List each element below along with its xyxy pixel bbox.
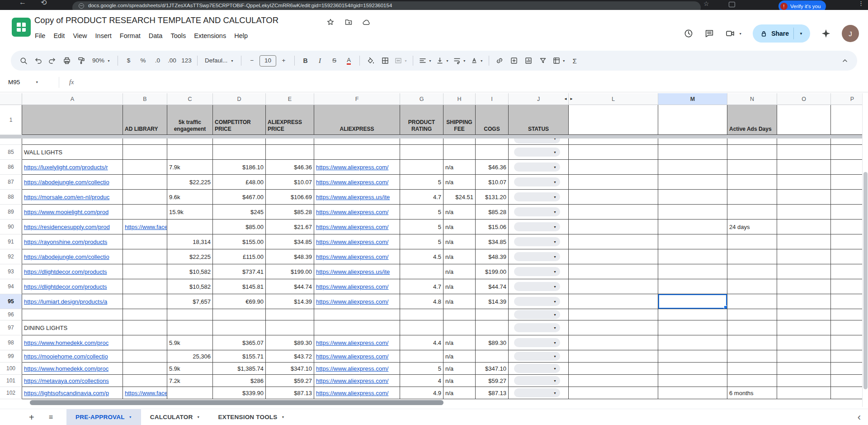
row-header-98[interactable]: 98	[0, 335, 22, 350]
cell-P101[interactable]	[831, 375, 862, 387]
insert-link-button[interactable]	[493, 53, 507, 68]
row-header-1[interactable]: 1	[0, 105, 22, 135]
cell-A90[interactable]: https://residencesupply.com/prod	[22, 220, 123, 234]
cell-O97[interactable]	[777, 320, 831, 335]
cell-F85[interactable]	[314, 145, 400, 160]
cell-N102[interactable]: 6 months	[727, 387, 777, 399]
cell-P90[interactable]	[831, 220, 862, 234]
cell-D101[interactable]: $286	[213, 375, 266, 387]
cell-J96[interactable]: ▼	[509, 309, 569, 320]
cell-C101[interactable]: 7.2k	[167, 375, 213, 387]
status-dropdown[interactable]: ▼	[514, 177, 560, 186]
cell-J87[interactable]: ▼	[509, 175, 569, 190]
row-header-100[interactable]: 100	[0, 363, 22, 375]
cell-J88[interactable]: ▼	[509, 190, 569, 205]
cell-H86[interactable]: n/a	[443, 160, 476, 175]
cell-F96[interactable]	[314, 309, 400, 320]
italic-button[interactable]: I	[313, 53, 327, 68]
cell-G98[interactable]: 4.4	[400, 335, 443, 350]
cell-G90[interactable]: 5	[400, 220, 443, 234]
cell-N91[interactable]	[727, 234, 777, 249]
cell-B88[interactable]	[123, 190, 167, 205]
frozen-row-divider[interactable]	[0, 135, 862, 138]
cell-E94[interactable]: $44.74	[266, 279, 314, 294]
cell-I-partial[interactable]	[476, 138, 509, 145]
cell-L89[interactable]	[569, 205, 658, 220]
cell-F89[interactable]: https://www.aliexpress.com/	[314, 205, 400, 220]
hidden-column-indicator[interactable]: ►	[570, 97, 573, 101]
cell-E93[interactable]: $199.00	[266, 264, 314, 279]
cell-F94[interactable]: https://www.aliexpress.com/	[314, 279, 400, 294]
cell-I86[interactable]: $46.36	[476, 160, 509, 175]
cell-A97[interactable]: DINING LIGHTS	[22, 320, 123, 335]
cell-M93[interactable]	[658, 264, 727, 279]
strikethrough-button[interactable]: S	[327, 53, 341, 68]
undo-button[interactable]	[31, 53, 45, 68]
redo-button[interactable]	[45, 53, 59, 68]
cell-L93[interactable]	[569, 264, 658, 279]
cell-A94[interactable]: https://dlightdecor.com/products	[22, 279, 123, 294]
cell-D98[interactable]: $365.07	[213, 335, 266, 350]
cell-O88[interactable]	[777, 190, 831, 205]
side-panel-icon[interactable]	[729, 2, 735, 7]
status-dropdown[interactable]: ▼	[514, 138, 560, 143]
cell-E87[interactable]: $10.07	[266, 175, 314, 190]
cell-H87[interactable]: n/a	[443, 175, 476, 190]
status-dropdown[interactable]: ▼	[514, 388, 560, 397]
cell-E100[interactable]: $347.10	[266, 363, 314, 375]
cell-N101[interactable]	[727, 375, 777, 387]
row-header-91[interactable]: 91	[0, 234, 22, 249]
cell-L91[interactable]	[569, 234, 658, 249]
browser-menu-icon[interactable]: ⋮	[858, 0, 864, 7]
cell-F98[interactable]: https://www.aliexpress.com/	[314, 335, 400, 350]
status-dropdown[interactable]: ▼	[514, 222, 560, 231]
increase-decimals-button[interactable]: .00	[165, 53, 179, 68]
cell-N87[interactable]	[727, 175, 777, 190]
cell-J85[interactable]: ▼	[509, 145, 569, 160]
cell-N95[interactable]	[727, 294, 777, 309]
cell-G102[interactable]: 4.9	[400, 387, 443, 399]
reload-icon[interactable]: ⟲	[41, 0, 47, 7]
cell-D95[interactable]: €69.90	[213, 294, 266, 309]
cell-J95[interactable]: ▼	[509, 294, 569, 309]
cell-P99[interactable]	[831, 350, 862, 363]
cell-C86[interactable]: 7.9k	[167, 160, 213, 175]
cell-G88[interactable]: 4.7	[400, 190, 443, 205]
cell-H91[interactable]: n/a	[443, 234, 476, 249]
cell-G93[interactable]	[400, 264, 443, 279]
status-dropdown[interactable]: ▼	[514, 252, 560, 261]
column-header-L[interactable]: L►	[569, 93, 658, 105]
cell-A92[interactable]: https://abodejungle.com/collectio	[22, 249, 123, 264]
font-size-input-button[interactable]: 10	[259, 55, 276, 67]
row-header-partial[interactable]	[0, 138, 22, 145]
cell-L102[interactable]	[569, 387, 658, 399]
cell-N100[interactable]	[727, 363, 777, 375]
cell-B86[interactable]	[123, 160, 167, 175]
hidden-column-indicator[interactable]: ◄	[564, 97, 567, 101]
header-cell-L1[interactable]	[569, 105, 658, 135]
sheet-tab-calculator[interactable]: CALCULATOR▼	[141, 409, 209, 425]
cell-L95[interactable]	[569, 294, 658, 309]
header-cell-I1[interactable]: COGS	[476, 105, 509, 135]
merge-cells-button[interactable]: ▼	[392, 53, 409, 68]
cell-L101[interactable]	[569, 375, 658, 387]
cell-G-partial[interactable]	[400, 138, 443, 145]
header-cell-O1[interactable]	[777, 105, 831, 135]
cell-I90[interactable]: $15.06	[476, 220, 509, 234]
header-cell-D1[interactable]: COMPETITOR PRICE	[213, 105, 266, 135]
cell-O85[interactable]	[777, 145, 831, 160]
cell-D-partial[interactable]	[213, 138, 266, 145]
cell-M100[interactable]	[658, 363, 727, 375]
cell-M88[interactable]	[658, 190, 727, 205]
cell-C93[interactable]: $10,582	[167, 264, 213, 279]
row-header-89[interactable]: 89	[0, 205, 22, 220]
cell-C102[interactable]	[167, 387, 213, 399]
cell-I98[interactable]: $89.30	[476, 335, 509, 350]
cell-H101[interactable]: n/a	[443, 375, 476, 387]
cell-E91[interactable]: $34.85	[266, 234, 314, 249]
cell-E97[interactable]	[266, 320, 314, 335]
cell-I92[interactable]: $48.39	[476, 249, 509, 264]
cell-C92[interactable]: $22,225	[167, 249, 213, 264]
cell-N88[interactable]	[727, 190, 777, 205]
header-cell-N1[interactable]: Active Ads Days	[727, 105, 777, 135]
